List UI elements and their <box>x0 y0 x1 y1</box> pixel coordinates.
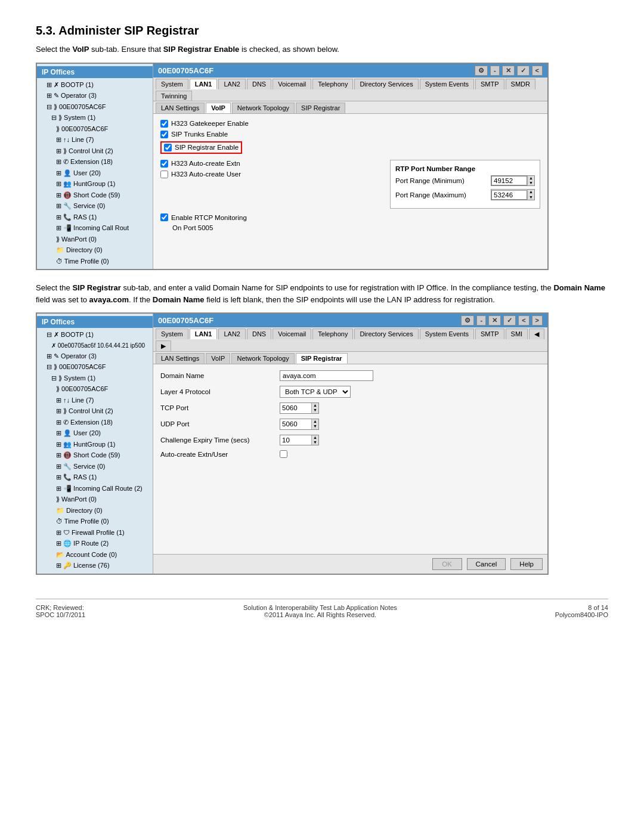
icon-lt[interactable]: < <box>532 66 543 76</box>
rtp-min-up[interactable]: ▲ <box>528 176 534 181</box>
tree-item[interactable]: ⊟ ⟫ 00E00705AC6F <box>37 101 153 113</box>
icon-minus-2[interactable]: - <box>476 315 486 326</box>
tab-system-2[interactable]: System <box>156 329 188 339</box>
tab-smi[interactable]: SMI <box>506 329 528 339</box>
tree-item[interactable]: ⊞ 👤 User (20) <box>37 428 153 439</box>
tree-item[interactable]: ⊞ ✆ Extension (18) <box>37 417 153 428</box>
tab-directory-services[interactable]: Directory Services <box>354 79 418 89</box>
icon-check-2[interactable]: ✓ <box>503 315 516 326</box>
rtp-max-spinner[interactable]: ▲ ▼ <box>491 189 535 200</box>
udp-port-spinner[interactable]: ▲ ▼ <box>280 419 319 430</box>
icon-gt-2[interactable]: > <box>532 315 543 326</box>
field-auto-create-checkbox[interactable] <box>280 450 287 458</box>
tree-item[interactable]: ⟫ 00E00705AC6F <box>37 123 153 135</box>
tree-item[interactable]: ⊟ ⟫ System (1) <box>37 373 153 384</box>
tree-item[interactable]: 📁 Directory (0) <box>37 244 153 256</box>
checkbox-h323-auto-user-input[interactable] <box>160 171 168 178</box>
subtab-sip-registrar-2[interactable]: SIP Registrar <box>296 353 348 364</box>
icon-close-2[interactable]: ✕ <box>488 315 501 326</box>
checkbox-sip-trunks-input[interactable] <box>160 131 168 138</box>
icon-check[interactable]: ✓ <box>517 66 530 76</box>
checkbox-rtcp-input[interactable] <box>160 213 168 221</box>
tree-item[interactable]: ⊞ 🔧 Service (0) <box>37 200 153 212</box>
tree-item[interactable]: ⊞ 👥 HuntGroup (1) <box>37 439 153 450</box>
subtab-network-topology-2[interactable]: Network Topology <box>231 353 294 364</box>
rtp-max-down[interactable]: ▼ <box>528 195 534 200</box>
icon-settings-2[interactable]: ⚙ <box>461 315 474 326</box>
tree-item[interactable]: 📂 Account Code (0) <box>37 549 153 561</box>
challenge-expiry-up[interactable]: ▲ <box>312 435 318 440</box>
cancel-button[interactable]: Cancel <box>467 558 506 570</box>
rtp-min-input[interactable] <box>491 176 527 185</box>
subtab-voip-2[interactable]: VoIP <box>206 353 230 364</box>
subtab-lan-settings-2[interactable]: LAN Settings <box>156 353 205 364</box>
tree-item[interactable]: ⊞ 📵 Short Code (59) <box>37 190 153 201</box>
tree-item[interactable]: ⊞ ✎ Operator (3) <box>37 90 153 101</box>
tab-twinning[interactable]: Twinning <box>156 91 192 101</box>
tree-item[interactable]: ⟫ WanPort (0) <box>37 494 153 505</box>
tab-system-events-2[interactable]: System Events <box>420 329 474 339</box>
tree-item[interactable]: ⏱ Time Profile (0) <box>37 516 153 527</box>
tree-item[interactable]: ⊞ ↑↓ Line (7) <box>37 395 153 406</box>
field-layer4-select[interactable]: Both TCP & UDP TCP Only UDP Only <box>280 386 351 398</box>
rtp-max-up[interactable]: ▲ <box>528 190 534 194</box>
tab-smdr[interactable]: SMDR <box>506 79 535 89</box>
tree-item[interactable]: ⊞ 📞 RAS (1) <box>37 212 153 223</box>
udp-port-input[interactable] <box>280 420 311 428</box>
tree-item[interactable]: ⊞ ⟫ Control Unit (2) <box>37 145 153 157</box>
challenge-expiry-down[interactable]: ▼ <box>312 440 318 445</box>
tab-smtp-2[interactable]: SMTP <box>475 329 504 339</box>
tab-dns[interactable]: DNS <box>247 79 271 89</box>
tree-item[interactable]: ⊞ 📲 Incoming Call Rout <box>37 222 153 234</box>
tree-item[interactable]: ⊞ 🛡 Firewall Profile (1) <box>37 527 153 538</box>
icon-lt-2[interactable]: < <box>518 315 529 326</box>
checkbox-sip-registrar-input[interactable] <box>164 144 172 151</box>
tab-dns-2[interactable]: DNS <box>247 329 271 339</box>
udp-port-up[interactable]: ▲ <box>312 419 318 424</box>
tab-voicemail[interactable]: Voicemail <box>273 79 311 89</box>
icon-minus[interactable]: - <box>490 66 500 76</box>
tree-item[interactable]: ⊞ ✗ BOOTP (1) <box>37 79 153 91</box>
tree-item[interactable]: ⊞ 👥 HuntGroup (1) <box>37 178 153 190</box>
tree-item[interactable]: ⊞ ✆ Extension (18) <box>37 156 153 168</box>
tree-item[interactable]: ⏱ Time Profile (0) <box>37 256 153 267</box>
tab-next[interactable]: ▶ <box>156 340 171 351</box>
tab-prev[interactable]: ◀ <box>529 329 544 339</box>
subtab-voip[interactable]: VoIP <box>206 103 231 113</box>
tree-item[interactable]: ⊞ ↑↓ Line (7) <box>37 134 153 145</box>
udp-port-down[interactable]: ▼ <box>312 424 318 429</box>
help-button[interactable]: Help <box>510 558 543 570</box>
tab-telephony[interactable]: Telephony <box>312 79 353 89</box>
rtp-min-down[interactable]: ▼ <box>528 181 534 185</box>
rtp-min-spinner[interactable]: ▲ ▼ <box>491 175 535 187</box>
tab-directory-services-2[interactable]: Directory Services <box>354 329 418 339</box>
tree-item[interactable]: ⊞ 👤 User (20) <box>37 168 153 179</box>
challenge-expiry-input[interactable] <box>280 436 311 444</box>
tcp-port-down[interactable]: ▼ <box>312 408 318 413</box>
tree-item[interactable]: ⊞ 📞 RAS (1) <box>37 472 153 483</box>
tab-system[interactable]: System <box>156 79 188 89</box>
tab-telephony-2[interactable]: Telephony <box>312 329 353 339</box>
tab-system-events[interactable]: System Events <box>420 79 474 89</box>
tcp-port-input[interactable] <box>280 404 311 412</box>
tab-lan1-2[interactable]: LAN1 <box>190 329 218 339</box>
field-domain-name-input[interactable] <box>280 370 373 381</box>
icon-close[interactable]: ✕ <box>502 66 515 76</box>
icon-settings[interactable]: ⚙ <box>475 66 488 76</box>
ok-button[interactable]: OK <box>432 558 462 570</box>
tree-item[interactable]: ⊞ 🌐 IP Route (2) <box>37 538 153 549</box>
tree-item[interactable]: ✗ 00e00705ac6f 10.64.44.21 ip500 <box>37 340 153 351</box>
tree-item[interactable]: ⊞ 📵 Short Code (59) <box>37 450 153 461</box>
tcp-port-up[interactable]: ▲ <box>312 403 318 408</box>
subtab-lan-settings[interactable]: LAN Settings <box>156 103 205 113</box>
tab-lan2[interactable]: LAN2 <box>218 79 246 89</box>
tree-item[interactable]: ⊟ ⟫ System (1) <box>37 112 153 123</box>
tree-item[interactable]: ⊞ ✎ Operator (3) <box>37 351 153 362</box>
checkbox-h323-auto-extn-input[interactable] <box>160 160 168 168</box>
tree-item[interactable]: ⊞ 🔑 License (76) <box>37 560 153 571</box>
challenge-expiry-spinner[interactable]: ▲ ▼ <box>280 435 319 446</box>
tree-item[interactable]: ⊞ 📲 Incoming Call Route (2) <box>37 483 153 494</box>
tree-item[interactable]: ⊞ ⟫ Control Unit (2) <box>37 405 153 417</box>
tree-item[interactable]: ⊟ ✗ BOOTP (1) <box>37 329 153 340</box>
tree-item[interactable]: 📁 Directory (0) <box>37 505 153 516</box>
